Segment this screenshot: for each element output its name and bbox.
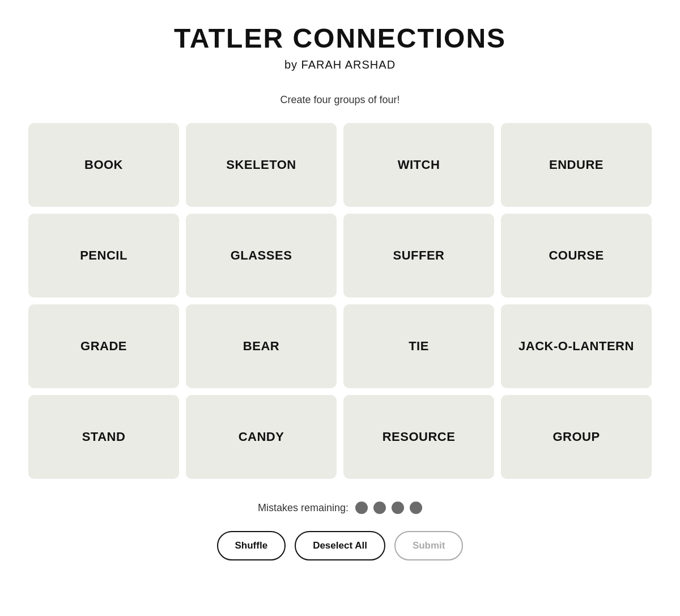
- mistake-dot: [392, 502, 404, 514]
- word-tile-label: GROUP: [547, 430, 605, 444]
- action-buttons: Shuffle Deselect All Submit: [217, 531, 464, 560]
- word-tile-label: PENCIL: [74, 248, 133, 263]
- word-tile[interactable]: JACK-O-LANTERN: [501, 304, 652, 388]
- word-tile-label: GRADE: [75, 339, 133, 354]
- main-container: TATLER CONNECTIONS by FARAH ARSHAD Creat…: [28, 23, 652, 560]
- word-tile-label: STAND: [76, 430, 131, 444]
- page-title: TATLER CONNECTIONS: [174, 23, 506, 54]
- submit-button[interactable]: Submit: [394, 531, 464, 560]
- page-subtitle: by FARAH ARSHAD: [284, 58, 396, 71]
- deselect-all-button[interactable]: Deselect All: [295, 531, 385, 560]
- instruction-text: Create four groups of four!: [280, 94, 400, 106]
- word-tile-label: GLASSES: [225, 248, 298, 263]
- word-tile-label: SUFFER: [388, 248, 450, 263]
- mistake-dot: [355, 502, 368, 514]
- word-tile[interactable]: COURSE: [501, 214, 652, 298]
- word-tile[interactable]: SKELETON: [186, 123, 337, 207]
- word-tile[interactable]: GRADE: [28, 304, 179, 388]
- mistakes-row: Mistakes remaining:: [258, 502, 422, 514]
- mistake-dot: [373, 502, 386, 514]
- word-tile-label: SKELETON: [220, 158, 301, 172]
- word-tile-label: BEAR: [237, 339, 285, 354]
- word-tile-label: TIE: [403, 339, 435, 354]
- word-tile[interactable]: SUFFER: [343, 214, 494, 298]
- word-tile-label: WITCH: [392, 158, 446, 172]
- mistake-dot: [410, 502, 422, 514]
- shuffle-button[interactable]: Shuffle: [217, 531, 286, 560]
- word-tile[interactable]: ENDURE: [501, 123, 652, 207]
- word-tile[interactable]: CANDY: [186, 395, 337, 479]
- word-tile[interactable]: STAND: [28, 395, 179, 479]
- word-tile[interactable]: RESOURCE: [343, 395, 494, 479]
- word-tile-label: CANDY: [233, 430, 290, 444]
- word-tile[interactable]: GROUP: [501, 395, 652, 479]
- word-tile[interactable]: WITCH: [343, 123, 494, 207]
- word-tile[interactable]: BOOK: [28, 123, 179, 207]
- word-tile[interactable]: PENCIL: [28, 214, 179, 298]
- word-tile-label: COURSE: [543, 248, 609, 263]
- word-tile[interactable]: TIE: [343, 304, 494, 388]
- mistakes-dots: [355, 502, 422, 514]
- word-tile-label: BOOK: [79, 158, 129, 172]
- word-tile[interactable]: GLASSES: [186, 214, 337, 298]
- mistakes-label: Mistakes remaining:: [258, 502, 348, 514]
- word-tile-label: JACK-O-LANTERN: [513, 339, 640, 354]
- word-tile[interactable]: BEAR: [186, 304, 337, 388]
- word-tile-label: RESOURCE: [377, 430, 461, 444]
- word-grid: BOOKSKELETONWITCHENDUREPENCILGLASSESSUFF…: [28, 123, 652, 479]
- word-tile-label: ENDURE: [543, 158, 609, 172]
